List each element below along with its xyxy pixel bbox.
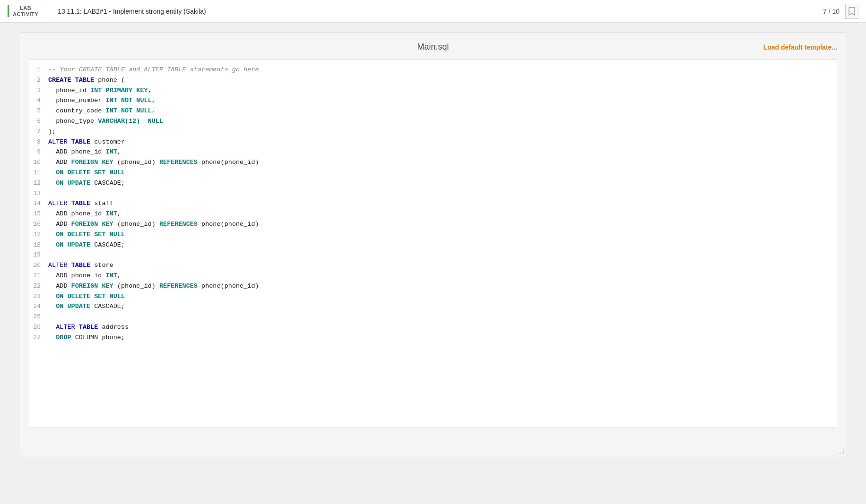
file-panel: Main.sql Load default template... 1 -- Y… [19, 32, 847, 457]
code-line-1: 1 -- Your CREATE TABLE and ALTER TABLE s… [29, 65, 837, 75]
code-line-15: 15 ADD phone_id INT, [29, 209, 837, 219]
code-line-7: 7 ); [29, 127, 837, 137]
code-line-4: 4 phone_number INT NOT NULL, [29, 95, 837, 106]
code-line-9: 9 ADD phone_id INT, [29, 147, 837, 157]
code-line-20: 20 ALTER TABLE store [29, 260, 837, 271]
code-line-25: 25 [29, 312, 837, 322]
code-line-22: 22 ADD FOREIGN KEY (phone_id) REFERENCES… [29, 281, 837, 291]
code-line-26: 26 ALTER TABLE address [29, 322, 837, 333]
load-template-button[interactable]: Load default template... [763, 43, 837, 51]
code-editor[interactable]: 1 -- Your CREATE TABLE and ALTER TABLE s… [29, 60, 837, 428]
main-content: Main.sql Load default template... 1 -- Y… [0, 23, 866, 467]
code-line-5: 5 country_code INT NOT NULL, [29, 106, 837, 116]
lab-label: LAB [20, 5, 31, 11]
code-line-11: 11 ON DELETE SET NULL [29, 168, 837, 178]
code-line-27: 27 DROP COLUMN phone; [29, 333, 837, 343]
code-line-13: 13 [29, 188, 837, 199]
code-line-14: 14 ALTER TABLE staff [29, 198, 837, 209]
code-line-21: 21 ADD phone_id INT, [29, 271, 837, 281]
code-line-18: 18 ON UPDATE CASCADE; [29, 240, 837, 250]
file-title: Main.sql [417, 42, 449, 52]
code-line-24: 24 ON UPDATE CASCADE; [29, 301, 837, 312]
code-line-2: 2 CREATE TABLE phone ( [29, 75, 837, 85]
code-line-10: 10 ADD FOREIGN KEY (phone_id) REFERENCES… [29, 157, 837, 168]
bookmark-icon[interactable] [845, 4, 858, 19]
code-line-19: 19 [29, 250, 837, 260]
resize-handle[interactable] [837, 447, 844, 454]
separator [48, 4, 48, 18]
code-line-23: 23 ON DELETE SET NULL [29, 291, 837, 302]
code-line-6: 6 phone_type VARCHAR(12) NULL [29, 116, 837, 127]
code-line-17: 17 ON DELETE SET NULL [29, 230, 837, 240]
top-bar: LAB ACTIVITY 13.11.1: LAB2#1 - Implement… [0, 0, 866, 23]
activity-label: ACTIVITY [13, 11, 38, 17]
code-line-12: 12 ON UPDATE CASCADE; [29, 178, 837, 188]
pagination: 7 / 10 [823, 8, 840, 15]
activity-title: 13.11.1: LAB2#1 - Implement strong entit… [58, 8, 823, 15]
code-line-8: 8 ALTER TABLE customer [29, 137, 837, 147]
code-line-3: 3 phone_id INT PRIMARY KEY, [29, 85, 837, 96]
code-line-16: 16 ADD FOREIGN KEY (phone_id) REFERENCES… [29, 219, 837, 230]
lab-activity-badge: LAB ACTIVITY [8, 5, 38, 17]
file-panel-header: Main.sql Load default template... [29, 42, 837, 52]
